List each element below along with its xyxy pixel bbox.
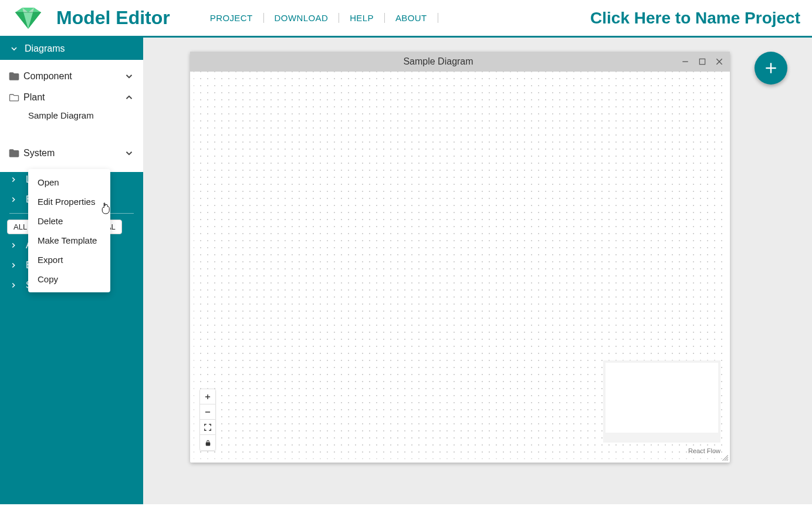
nav-help[interactable]: HELP	[339, 13, 385, 23]
folder-label: Plant	[23, 92, 123, 103]
fit-view-button[interactable]	[200, 420, 215, 435]
app-logo	[11, 5, 46, 31]
chevron-right-icon	[9, 240, 20, 251]
plus-icon	[763, 60, 779, 76]
folder-plant[interactable]: Plant	[0, 87, 143, 108]
menu-item-make-template[interactable]: Make Template	[28, 231, 110, 250]
chevron-right-icon	[9, 280, 20, 291]
nav-project[interactable]: PROJECT	[199, 13, 264, 23]
svg-line-17	[727, 460, 728, 461]
folder-label: Component	[23, 71, 123, 82]
minimap-viewport	[605, 363, 718, 433]
folder-label: System	[23, 148, 123, 158]
diagram-window: Sample Diagram	[190, 52, 730, 463]
top-nav: PROJECT DOWNLOAD HELP ABOUT	[199, 13, 438, 23]
app-title: Model Editor	[56, 7, 170, 29]
nav-download[interactable]: DOWNLOAD	[264, 13, 340, 23]
chevron-down-icon	[123, 71, 135, 82]
context-menu: Open Edit Properties Delete Make Templat…	[28, 169, 110, 292]
canvas-attribution: React Flow	[688, 447, 720, 454]
window-title: Sample Diagram	[196, 56, 681, 67]
lock-button[interactable]	[200, 435, 215, 450]
menu-item-copy[interactable]: Copy	[28, 269, 110, 289]
window-titlebar[interactable]: Sample Diagram	[190, 52, 730, 72]
resize-handle-icon[interactable]	[720, 453, 729, 461]
app-header: Model Editor PROJECT DOWNLOAD HELP ABOUT…	[0, 0, 812, 38]
folder-system[interactable]: System	[0, 143, 143, 164]
zoom-out-button[interactable]	[200, 404, 215, 420]
menu-item-open[interactable]: Open	[28, 173, 110, 192]
folder-open-icon	[8, 92, 23, 103]
folder-component[interactable]: Component	[0, 66, 143, 87]
svg-rect-9	[699, 59, 705, 64]
zoom-in-button[interactable]	[200, 389, 215, 404]
minimize-icon[interactable]	[681, 57, 690, 66]
chevron-right-icon	[9, 174, 20, 185]
folder-icon	[8, 70, 23, 82]
maximize-icon[interactable]	[698, 58, 706, 66]
menu-item-delete[interactable]: Delete	[28, 211, 110, 231]
diagrams-panel: Component Plant Sample Diagram S	[0, 60, 143, 172]
project-name-field[interactable]: Click Here to Name Project	[590, 9, 800, 28]
close-icon[interactable]	[715, 57, 724, 66]
minimap[interactable]	[603, 360, 720, 443]
window-controls	[681, 57, 724, 66]
sidebar-section-label: Diagrams	[25, 43, 65, 54]
chevron-down-icon	[9, 43, 20, 54]
chevron-down-icon	[123, 148, 135, 158]
sidebar-section-diagrams[interactable]: Diagrams	[0, 38, 143, 60]
chevron-right-icon	[9, 194, 20, 205]
chevron-up-icon	[123, 92, 135, 103]
add-button[interactable]	[755, 52, 787, 85]
folder-icon	[8, 147, 23, 159]
svg-marker-1	[15, 8, 41, 12]
menu-item-export[interactable]: Export	[28, 250, 110, 269]
nav-about[interactable]: ABOUT	[385, 13, 438, 23]
main-canvas-area: Sample Diagram	[143, 38, 812, 504]
diagram-canvas[interactable]: React Flow	[194, 72, 726, 459]
menu-item-edit-properties[interactable]: Edit Properties	[28, 192, 110, 211]
zoom-controls	[199, 389, 216, 451]
chevron-right-icon	[9, 260, 20, 271]
diagram-item-sample[interactable]: Sample Diagram	[0, 107, 143, 124]
